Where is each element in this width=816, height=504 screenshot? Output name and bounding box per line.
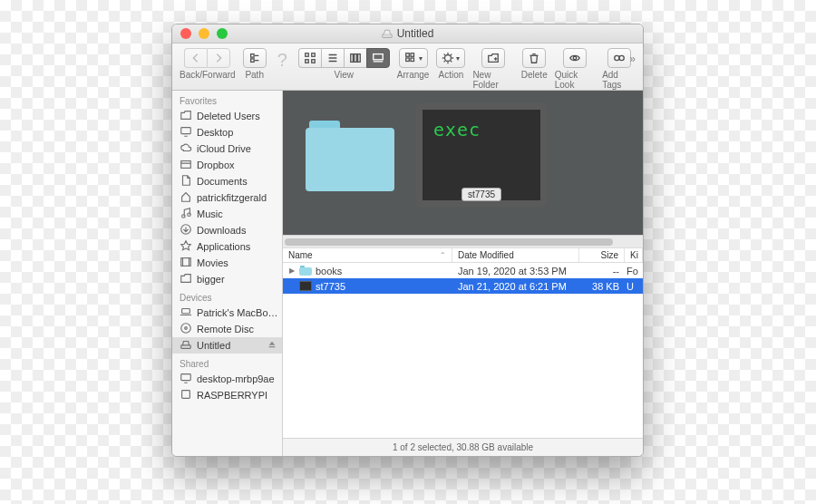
svg-point-36	[619, 55, 624, 60]
svg-rect-47	[182, 309, 190, 314]
sidebar-item[interactable]: Remote Disc	[172, 321, 282, 337]
quick-look-group: Quick Look	[555, 48, 595, 90]
svg-line-29	[451, 54, 452, 55]
sidebar-item[interactable]: bigger	[172, 271, 282, 287]
file-name: st7735	[316, 281, 345, 292]
svg-rect-2	[250, 59, 254, 63]
disc-icon	[180, 322, 192, 336]
svg-rect-18	[411, 53, 414, 57]
svg-rect-6	[312, 53, 316, 57]
exec-icon	[299, 281, 312, 291]
box-icon	[180, 158, 192, 172]
sidebar-shared: desktop-mrbp9aeRASPBERRYPI	[172, 371, 282, 403]
view-list-button[interactable]	[321, 48, 344, 68]
titlebar: Untitled	[172, 24, 643, 44]
sidebar-item[interactable]: Documents	[172, 173, 282, 189]
sidebar-item-label: desktop-mrbp9ae	[197, 373, 275, 384]
arrange-button[interactable]: ▾	[399, 48, 428, 68]
svg-rect-8	[312, 60, 316, 63]
file-date: Jan 21, 2020 at 6:21 PM	[452, 281, 579, 292]
svg-line-27	[451, 61, 452, 62]
svg-point-49	[181, 324, 191, 334]
view-icon-button[interactable]	[298, 48, 321, 68]
path-group: Path	[243, 48, 267, 80]
add-tags-button[interactable]	[607, 48, 631, 68]
back-button[interactable]	[184, 48, 207, 68]
svg-point-41	[182, 215, 186, 218]
delete-button[interactable]	[522, 48, 546, 68]
path-label: Path	[245, 70, 264, 80]
svg-rect-20	[411, 58, 414, 62]
exec-icon-text: exec	[423, 110, 540, 141]
svg-rect-7	[306, 60, 309, 63]
sidebar-item[interactable]: Dropbox	[172, 157, 282, 173]
svg-rect-14	[357, 54, 360, 63]
column-size[interactable]: Size	[579, 248, 625, 262]
sidebar-item[interactable]: patrickfitzgerald	[172, 189, 282, 206]
sidebar-item[interactable]: RASPBERRYPI	[172, 387, 282, 403]
view-column-button[interactable]	[344, 48, 366, 68]
view-group: View	[298, 48, 390, 80]
display-icon	[180, 125, 192, 140]
action-button[interactable]: ▾	[436, 48, 465, 68]
toolbar-overflow-icon[interactable]: »	[629, 53, 636, 65]
download-icon	[180, 223, 192, 237]
gallery-item-folder[interactable]	[306, 121, 394, 191]
svg-line-28	[444, 61, 445, 62]
sidebar-item-label: Remote Disc	[197, 324, 254, 334]
disclosure-icon[interactable]: ▶	[288, 267, 296, 275]
sidebar-item[interactable]: Untitled	[172, 337, 282, 354]
gallery-strip[interactable]: exec st7735	[283, 91, 643, 247]
sidebar-item[interactable]: Deleted Users	[172, 108, 282, 124]
minimize-icon[interactable]	[199, 28, 209, 39]
sidebar-item-label: bigger	[197, 274, 225, 285]
sidebar-item[interactable]: desktop-mrbp9ae	[172, 371, 282, 387]
eject-icon[interactable]	[267, 340, 277, 351]
svg-rect-19	[405, 58, 409, 62]
view-gallery-button[interactable]	[366, 48, 390, 68]
sidebar-item[interactable]: Desktop	[172, 124, 282, 141]
sidebar-item[interactable]: Music	[172, 206, 282, 222]
app-icon	[180, 239, 192, 254]
quick-look-button[interactable]	[563, 48, 587, 68]
column-date[interactable]: Date Modified	[452, 248, 579, 262]
file-size: 38 KB	[579, 281, 625, 292]
sort-asc-icon: ⌃	[440, 251, 446, 259]
gallery-scrollbar[interactable]	[283, 235, 643, 247]
folder-icon	[180, 272, 192, 286]
svg-rect-53	[181, 374, 191, 381]
path-button[interactable]	[243, 48, 267, 68]
sidebar-item[interactable]: iCloud Drive	[172, 141, 282, 157]
music-icon	[180, 207, 192, 221]
table-row[interactable]: ▶booksJan 19, 2020 at 3:53 PM--Fo	[283, 263, 643, 278]
column-name[interactable]: Name⌃	[283, 248, 452, 262]
sidebar-item[interactable]: Patrick's MacBo…	[172, 305, 282, 321]
close-icon[interactable]	[180, 28, 191, 39]
sidebar-item-label: Untitled	[197, 340, 230, 351]
toolbar: Back/Forward Path ? View ▾ Arrange ▾ Act…	[172, 44, 643, 91]
svg-rect-39	[181, 161, 191, 169]
main-panel: exec st7735 Name⌃ Date Modified Size Ki …	[283, 91, 643, 456]
file-list: ▶booksJan 19, 2020 at 3:53 PM--Fost7735J…	[283, 263, 643, 438]
maximize-icon[interactable]	[217, 28, 228, 39]
sidebar-devices: Patrick's MacBo…Remote DiscUntitled	[172, 305, 282, 354]
svg-rect-15	[374, 54, 384, 60]
gallery-item-exec[interactable]: exec st7735	[416, 103, 547, 207]
doc-icon	[180, 174, 192, 189]
sidebar-item[interactable]: Downloads	[172, 222, 282, 238]
svg-rect-5	[306, 53, 309, 57]
sidebar-heading-devices: Devices	[172, 287, 282, 305]
back-forward-label: Back/Forward	[180, 70, 236, 80]
sidebar-item-label: Desktop	[197, 127, 233, 138]
svg-rect-1	[250, 54, 254, 58]
forward-button[interactable]	[207, 48, 230, 68]
table-row[interactable]: st7735Jan 21, 2020 at 6:21 PM38 KBU	[283, 278, 643, 294]
new-folder-button[interactable]	[481, 48, 505, 68]
drive-icon	[180, 338, 192, 353]
list-header: Name⌃ Date Modified Size Ki	[283, 247, 643, 263]
finder-window: Untitled Back/Forward Path ? View	[171, 24, 644, 457]
column-kind[interactable]: Ki	[625, 248, 643, 262]
sidebar-item[interactable]: Movies	[172, 255, 282, 271]
svg-rect-17	[405, 53, 409, 57]
sidebar-item[interactable]: Applications	[172, 238, 282, 255]
